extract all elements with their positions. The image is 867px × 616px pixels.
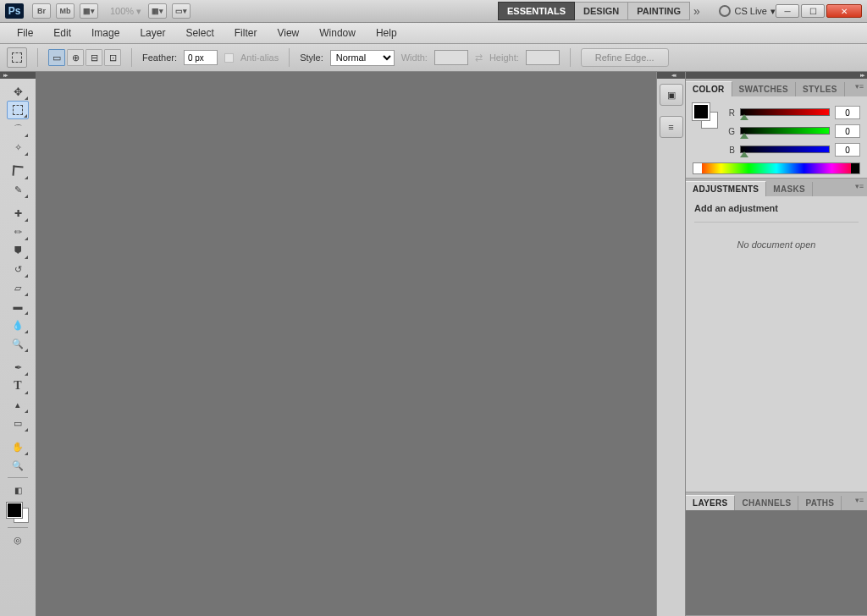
tab-adjustments[interactable]: ADJUSTMENTS	[686, 181, 766, 196]
height-input	[526, 50, 560, 65]
r-value[interactable]	[835, 106, 860, 119]
move-icon: ✥	[14, 85, 23, 98]
stamp-icon: ⛊	[14, 245, 23, 256]
width-label: Width:	[401, 52, 428, 63]
history-brush-tool[interactable]: ↺	[7, 260, 29, 278]
workspace-essentials[interactable]: ESSENTIALS	[498, 2, 575, 20]
document-canvas[interactable]	[36, 72, 656, 616]
g-value[interactable]	[835, 124, 860, 138]
dock-collapse-icon[interactable]: ◂◂	[671, 72, 675, 79]
tab-channels[interactable]: CHANNELS	[735, 496, 798, 510]
tab-layers[interactable]: LAYERS	[686, 495, 735, 510]
screen-mode-button[interactable]: ▭▾	[172, 3, 191, 19]
selection-add[interactable]: ⊕	[67, 49, 84, 66]
b-value[interactable]	[835, 143, 860, 157]
menu-layer[interactable]: Layer	[130, 24, 175, 42]
menu-image[interactable]: Image	[81, 24, 130, 42]
quick-select-tool[interactable]: ✧	[7, 138, 29, 157]
workspace-more-icon[interactable]: »	[693, 4, 700, 18]
feather-input[interactable]	[184, 50, 218, 65]
tools-collapse-icon[interactable]: ▸▸	[3, 72, 7, 79]
eraser-tool[interactable]: ▱	[7, 278, 29, 297]
height-label: Height:	[489, 52, 519, 63]
eyedropper-tool[interactable]: ✎	[7, 180, 29, 199]
menu-help[interactable]: Help	[366, 24, 407, 42]
fg-swatch[interactable]	[693, 103, 710, 120]
color-spectrum[interactable]	[693, 162, 860, 174]
blur-tool[interactable]: 💧	[7, 316, 29, 334]
close-button[interactable]: ✕	[826, 4, 862, 18]
folder-icon: ▣	[667, 90, 676, 101]
color-panel-menu-icon[interactable]: ▾≡	[855, 82, 864, 91]
crop-tool[interactable]	[7, 162, 29, 180]
eyedropper-icon: ✎	[14, 184, 22, 195]
b-slider[interactable]	[740, 146, 830, 154]
tab-swatches[interactable]: SWATCHES	[732, 82, 796, 96]
fg-color-swatch[interactable]	[7, 503, 22, 518]
fg-bg-swatch[interactable]	[5, 501, 30, 525]
type-tool[interactable]: T	[7, 377, 29, 395]
default-colors[interactable]: ◧	[7, 481, 29, 499]
selection-intersect[interactable]: ⊡	[104, 49, 121, 66]
minimize-button[interactable]: ─	[776, 4, 799, 18]
tab-paths[interactable]: PATHS	[798, 496, 842, 510]
maximize-button[interactable]: ☐	[801, 4, 825, 18]
minibridge-button[interactable]: Mb	[56, 3, 75, 19]
selection-new[interactable]: ▭	[48, 49, 65, 66]
brush-tool[interactable]: ✏	[7, 223, 29, 241]
default-colors-icon: ◧	[14, 486, 22, 495]
dodge-tool[interactable]: 🔍	[7, 334, 29, 353]
r-label: R	[726, 108, 735, 118]
tab-styles[interactable]: STYLES	[796, 82, 845, 96]
gradient-tool[interactable]: ▬	[7, 297, 29, 316]
lasso-tool[interactable]: ⌒	[7, 119, 29, 138]
minibridge-panel-button[interactable]: ▣	[660, 84, 683, 106]
menu-edit[interactable]: Edit	[43, 24, 81, 42]
zoom-tool[interactable]: 🔍	[7, 456, 29, 475]
refine-edge-button[interactable]: Refine Edge...	[581, 48, 669, 67]
bridge-button[interactable]: Br	[32, 3, 51, 19]
adjustments-panel-menu-icon[interactable]: ▾≡	[855, 182, 864, 190]
menu-window[interactable]: Window	[309, 24, 366, 42]
healing-tool[interactable]: ✚	[7, 204, 29, 223]
style-select[interactable]: Normal	[330, 50, 395, 66]
cs-live-button[interactable]: CS Live▾	[719, 5, 776, 17]
quick-mask-tool[interactable]: ◎	[7, 531, 29, 549]
hand-tool[interactable]: ✋	[7, 437, 29, 456]
options-bar: ▭ ⊕ ⊟ ⊡ Feather: Anti-alias Style: Norma…	[0, 44, 867, 72]
g-slider[interactable]	[740, 127, 830, 135]
panels-collapse-icon[interactable]: ▸▸	[860, 72, 864, 79]
arrange-docs-button[interactable]: ▦▾	[148, 3, 167, 19]
right-panel-dock: ▸▸ COLOR SWATCHES STYLES ▾≡ R	[686, 72, 867, 616]
menu-file[interactable]: File	[7, 24, 43, 42]
tab-color[interactable]: COLOR	[686, 81, 732, 96]
history-panel-button[interactable]: ≡	[660, 116, 683, 138]
tab-masks[interactable]: MASKS	[766, 182, 813, 196]
menu-select[interactable]: Select	[175, 24, 224, 42]
selection-subtract[interactable]: ⊟	[86, 49, 102, 66]
workspace-design[interactable]: DESIGN	[575, 2, 628, 20]
layers-panel-menu-icon[interactable]: ▾≡	[855, 496, 864, 504]
path-select-tool[interactable]: ▴	[7, 395, 29, 414]
blur-icon: 💧	[12, 320, 24, 331]
r-slider[interactable]	[740, 108, 830, 117]
color-swatch-pair[interactable]	[693, 103, 718, 129]
pen-tool[interactable]: ✒	[7, 358, 29, 377]
stamp-tool[interactable]: ⛊	[7, 241, 29, 260]
menu-filter[interactable]: Filter	[224, 24, 268, 42]
layers-body[interactable]	[686, 510, 867, 615]
shape-tool[interactable]: ▭	[7, 414, 29, 432]
view-extras-button[interactable]: ▦▾	[80, 3, 98, 19]
adjustments-empty-text: No document open	[694, 239, 859, 250]
color-panel: COLOR SWATCHES STYLES ▾≡ R	[686, 79, 867, 179]
workspace-painting[interactable]: PAINTING	[628, 2, 690, 20]
zoom-level[interactable]: 100% ▾	[110, 6, 141, 17]
history-brush-icon: ↺	[14, 264, 22, 275]
arrow-icon: ▴	[15, 399, 20, 410]
window-controls: ─ ☐ ✕	[776, 4, 862, 18]
menu-view[interactable]: View	[267, 24, 309, 42]
marquee-tool[interactable]	[7, 101, 29, 119]
move-tool[interactable]: ✥	[7, 82, 29, 101]
tool-preset-picker[interactable]	[7, 47, 27, 68]
photoshop-logo[interactable]: Ps	[5, 3, 24, 19]
